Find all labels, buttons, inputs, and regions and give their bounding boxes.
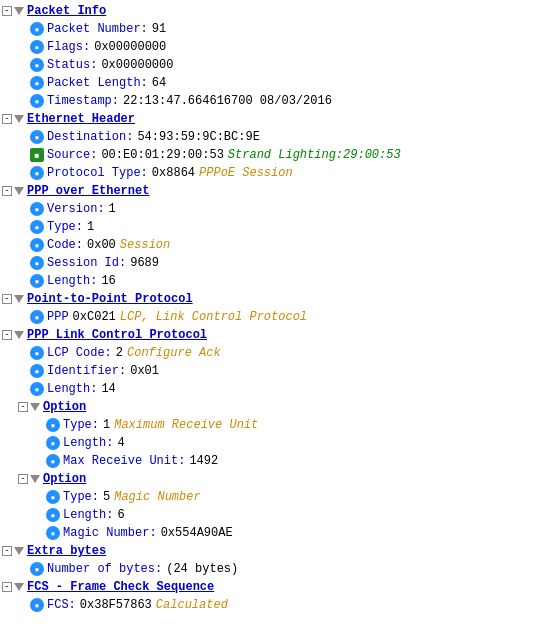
value-option2-length: 6: [117, 508, 124, 522]
label-code: Code:: [47, 238, 83, 252]
section-option2[interactable]: Option: [0, 470, 536, 488]
field-timestamp: ● Timestamp: 22:13:47.664616700 08/03/20…: [0, 92, 536, 110]
value-magic-number: 0x554A90AE: [161, 526, 233, 540]
icon-flags: ●: [30, 40, 44, 54]
icon-ppp: ●: [30, 310, 44, 324]
packet-tree: Packet Info ● Packet Number: 91 ● Flags:…: [0, 0, 536, 616]
section-ethernet[interactable]: Ethernet Header: [0, 110, 536, 128]
icon-packet-number: ●: [30, 22, 44, 36]
label-source: Source:: [47, 148, 97, 162]
field-session-id: ● Session Id: 9689: [0, 254, 536, 272]
value-fcs: 0x38F57863: [80, 598, 152, 612]
tri-ethernet: [14, 115, 24, 123]
label-length-pppoe: Length:: [47, 274, 97, 288]
tri-extra-bytes: [14, 547, 24, 555]
icon-code: ●: [30, 238, 44, 252]
field-max-receive-unit: ● Max Receive Unit: 1492: [0, 452, 536, 470]
icon-protocol-type: ●: [30, 166, 44, 180]
icon-source: ■: [30, 148, 44, 162]
section-packet-info[interactable]: Packet Info: [0, 2, 536, 20]
field-destination: ● Destination: 54:93:59:9C:BC:9E: [0, 128, 536, 146]
value-protocol-type: 0x8864: [152, 166, 195, 180]
label-fcs: FCS:: [47, 598, 76, 612]
tri-fcs: [14, 583, 24, 591]
value-protocol-type-desc: PPPoE Session: [199, 166, 293, 180]
label-timestamp: Timestamp:: [47, 94, 119, 108]
icon-magic-number: ●: [46, 526, 60, 540]
value-ppp-desc: LCP, Link Control Protocol: [120, 310, 307, 324]
field-packet-number: ● Packet Number: 91: [0, 20, 536, 38]
toggle-fcs[interactable]: [2, 582, 12, 592]
field-lcp-code: ● LCP Code: 2 Configure Ack: [0, 344, 536, 362]
field-status: ● Status: 0x00000000: [0, 56, 536, 74]
value-option1-type: 1: [103, 418, 110, 432]
icon-identifier: ●: [30, 364, 44, 378]
icon-length-lcp: ●: [30, 382, 44, 396]
toggle-lcp[interactable]: [2, 330, 12, 340]
icon-option2-length: ●: [46, 508, 60, 522]
value-option2-type: 5: [103, 490, 110, 504]
toggle-pppoe[interactable]: [2, 186, 12, 196]
value-option1-length: 4: [117, 436, 124, 450]
label-option2-type: Type:: [63, 490, 99, 504]
label-magic-number: Magic Number:: [63, 526, 157, 540]
section-pppoe[interactable]: PPP over Ethernet: [0, 182, 536, 200]
tri-pppoe: [14, 187, 24, 195]
section-option1[interactable]: Option: [0, 398, 536, 416]
toggle-ethernet[interactable]: [2, 114, 12, 124]
value-length-lcp: 14: [101, 382, 115, 396]
toggle-packet-info[interactable]: [2, 6, 12, 16]
field-length-lcp: ● Length: 14: [0, 380, 536, 398]
icon-option2-type: ●: [46, 490, 60, 504]
icon-lcp-code: ●: [30, 346, 44, 360]
icon-max-receive-unit: ●: [46, 454, 60, 468]
toggle-ppp[interactable]: [2, 294, 12, 304]
label-identifier: Identifier:: [47, 364, 126, 378]
section-fcs[interactable]: FCS - Frame Check Sequence: [0, 578, 536, 596]
label-destination: Destination:: [47, 130, 133, 144]
toggle-extra-bytes[interactable]: [2, 546, 12, 556]
section-label-ethernet: Ethernet Header: [27, 112, 135, 126]
label-version: Version:: [47, 202, 105, 216]
label-num-bytes: Number of bytes:: [47, 562, 162, 576]
field-ppp: ● PPP 0xC021 LCP, Link Control Protocol: [0, 308, 536, 326]
value-session-id: 9689: [130, 256, 159, 270]
icon-destination: ●: [30, 130, 44, 144]
value-status: 0x00000000: [101, 58, 173, 72]
icon-num-bytes: ●: [30, 562, 44, 576]
section-ppp[interactable]: Point-to-Point Protocol: [0, 290, 536, 308]
value-source: 00:E0:01:29:00:53: [101, 148, 223, 162]
value-lcp-code-desc: Configure Ack: [127, 346, 221, 360]
field-protocol-type: ● Protocol Type: 0x8864 PPPoE Session: [0, 164, 536, 182]
value-option1-type-desc: Maximum Receive Unit: [114, 418, 258, 432]
label-max-receive-unit: Max Receive Unit:: [63, 454, 185, 468]
label-session-id: Session Id:: [47, 256, 126, 270]
tri-lcp: [14, 331, 24, 339]
section-label-option2: Option: [43, 472, 86, 486]
label-packet-number: Packet Number:: [47, 22, 148, 36]
section-label-lcp: PPP Link Control Protocol: [27, 328, 207, 342]
label-status: Status:: [47, 58, 97, 72]
section-lcp[interactable]: PPP Link Control Protocol: [0, 326, 536, 344]
field-num-bytes: ● Number of bytes: (24 bytes): [0, 560, 536, 578]
toggle-option1[interactable]: [18, 402, 28, 412]
tri-ppp: [14, 295, 24, 303]
value-packet-length: 64: [152, 76, 166, 90]
field-flags: ● Flags: 0x00000000: [0, 38, 536, 56]
field-version: ● Version: 1: [0, 200, 536, 218]
icon-packet-length: ●: [30, 76, 44, 90]
field-length-pppoe: ● Length: 16: [0, 272, 536, 290]
tri-option1: [30, 403, 40, 411]
label-length-lcp: Length:: [47, 382, 97, 396]
label-type: Type:: [47, 220, 83, 234]
section-extra-bytes[interactable]: Extra bytes: [0, 542, 536, 560]
icon-type: ●: [30, 220, 44, 234]
section-label-packet-info: Packet Info: [27, 4, 106, 18]
label-ppp: PPP: [47, 310, 69, 324]
section-label-fcs: FCS - Frame Check Sequence: [27, 580, 214, 594]
label-flags: Flags:: [47, 40, 90, 54]
field-magic-number: ● Magic Number: 0x554A90AE: [0, 524, 536, 542]
value-version: 1: [109, 202, 116, 216]
label-lcp-code: LCP Code:: [47, 346, 112, 360]
toggle-option2[interactable]: [18, 474, 28, 484]
